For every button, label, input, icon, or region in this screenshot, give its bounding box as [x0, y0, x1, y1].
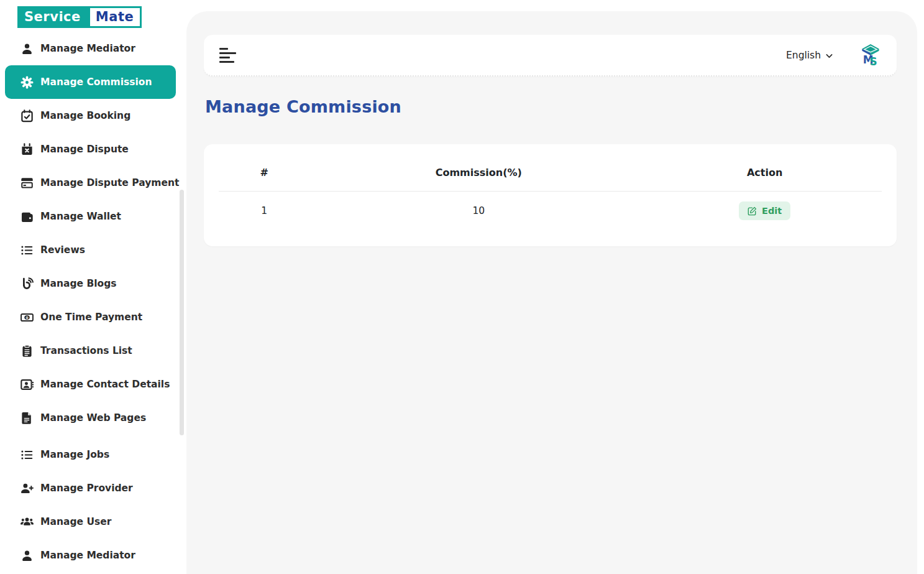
- menu-toggle-button[interactable]: [218, 43, 237, 68]
- sidebar-item-manage-mediator[interactable]: Manage Mediator: [0, 32, 185, 65]
- cash-icon: 0: [20, 310, 34, 324]
- commission-table: #Commission(%)Action 110Edit: [219, 144, 882, 228]
- blog-icon: [20, 277, 34, 290]
- sidebar-scrollbar[interactable]: [180, 190, 184, 435]
- cell-action: Edit: [647, 192, 882, 228]
- sidebar-nav: Manage MediatorManage CommissionManage B…: [0, 32, 185, 572]
- wallet-icon: [20, 210, 34, 223]
- person-plus-icon: [20, 481, 34, 495]
- gear-icon: [20, 75, 34, 89]
- column-header: Action: [647, 144, 882, 192]
- sidebar-item-one-time-payment[interactable]: 0One Time Payment: [0, 300, 185, 334]
- sidebar-item-label: Manage Mediator: [40, 550, 135, 561]
- language-label: English: [786, 50, 821, 61]
- sidebar-item-manage-jobs[interactable]: Manage Jobs: [0, 438, 185, 471]
- calendar-x-icon: [20, 142, 34, 156]
- sidebar-item-manage-provider[interactable]: Manage Provider: [0, 471, 185, 505]
- sidebar-item-label: Manage Commission: [40, 76, 152, 88]
- main-area: English M S Manage Commission #Comm: [186, 11, 917, 574]
- calendar-check-icon: [20, 109, 34, 123]
- brand-logo-mate: Mate: [88, 6, 142, 28]
- ms-cube-logo-icon[interactable]: M S: [861, 44, 881, 67]
- list-icon: [20, 243, 34, 257]
- sidebar-item-label: Manage Contact Details: [40, 379, 170, 390]
- sidebar-item-label: Manage Dispute: [40, 144, 129, 155]
- sidebar-item-manage-blogs[interactable]: Manage Blogs: [0, 267, 185, 300]
- clipboard-list-icon: [20, 344, 34, 358]
- sidebar-item-manage-contact-details[interactable]: Manage Contact Details: [0, 368, 185, 401]
- sidebar-item-label: One Time Payment: [40, 312, 142, 323]
- sidebar-item-manage-booking[interactable]: Manage Booking: [0, 99, 185, 132]
- sidebar-item-manage-wallet[interactable]: Manage Wallet: [0, 200, 185, 233]
- table-header-row: #Commission(%)Action: [219, 144, 882, 192]
- sidebar-item-label: Manage Booking: [40, 110, 130, 121]
- brand-logo[interactable]: Service Mate: [17, 6, 142, 28]
- brand-logo-service: Service: [17, 6, 88, 28]
- sidebar-item-label: Manage Web Pages: [40, 412, 146, 424]
- svg-text:0: 0: [25, 315, 28, 319]
- sidebar-item-reviews[interactable]: Reviews: [0, 233, 185, 267]
- people-icon: [20, 515, 34, 529]
- list-icon: [20, 448, 34, 461]
- sidebar-item-manage-commission[interactable]: Manage Commission: [5, 65, 176, 99]
- commission-table-card: #Commission(%)Action 110Edit: [204, 144, 897, 246]
- sidebar-item-label: Manage User: [40, 516, 111, 527]
- cell-commission: 10: [309, 192, 647, 228]
- sidebar: Service Mate Manage MediatorManage Commi…: [0, 0, 185, 574]
- sidebar-item-label: Transactions List: [40, 345, 132, 356]
- sidebar-item-label: Manage Blogs: [40, 278, 116, 289]
- sidebar-item-label: Manage Provider: [40, 483, 133, 494]
- sidebar-item-transactions-list[interactable]: Transactions List: [0, 334, 185, 368]
- cell-index: 1: [219, 192, 309, 228]
- person-icon: [20, 42, 34, 55]
- person-icon: [20, 549, 34, 562]
- table-row: 110Edit: [219, 192, 882, 228]
- svg-text:S: S: [870, 55, 877, 67]
- sidebar-item-manage-web-pages[interactable]: Manage Web Pages: [0, 401, 185, 435]
- chevron-down-icon: [825, 53, 833, 59]
- pencil-square-icon: [748, 206, 757, 216]
- column-header: #: [219, 144, 309, 192]
- topbar-right: English M S: [786, 44, 881, 67]
- sidebar-item-label: Manage Dispute Payment: [40, 177, 179, 188]
- sidebar-item-label: Manage Wallet: [40, 211, 121, 222]
- page-title: Manage Commission: [205, 97, 917, 116]
- menu-toggle-icon: [219, 48, 228, 50]
- edit-button[interactable]: Edit: [739, 201, 790, 220]
- sidebar-item-label: Reviews: [40, 244, 85, 256]
- edit-button-label: Edit: [762, 206, 782, 216]
- column-header: Commission(%): [309, 144, 647, 192]
- language-selector[interactable]: English: [786, 50, 833, 61]
- sidebar-item-manage-user[interactable]: Manage User: [0, 505, 185, 539]
- topbar: English M S: [204, 35, 897, 76]
- sidebar-item-label: Manage Mediator: [40, 43, 135, 54]
- sidebar-item-manage-dispute-payment[interactable]: Manage Dispute Payment: [0, 166, 185, 200]
- contact-card-icon: [20, 377, 34, 391]
- file-text-icon: [20, 411, 34, 425]
- sidebar-item-label: Manage Jobs: [40, 449, 109, 460]
- sidebar-item-manage-dispute[interactable]: Manage Dispute: [0, 132, 185, 166]
- credit-card-icon: [20, 176, 34, 190]
- sidebar-item-manage-mediator[interactable]: Manage Mediator: [0, 539, 185, 572]
